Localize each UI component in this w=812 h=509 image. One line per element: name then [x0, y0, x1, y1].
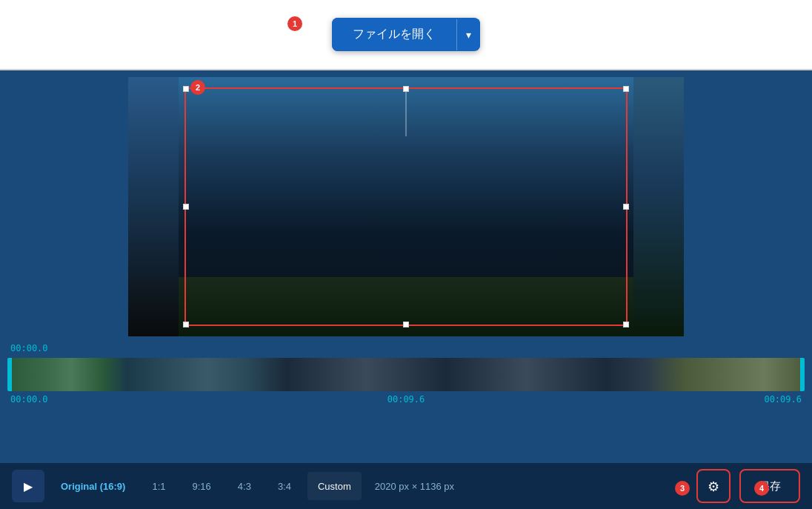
open-file-button-group: ファイルを開く: [332, 18, 480, 51]
open-file-dropdown-button[interactable]: [456, 19, 480, 50]
bottom-toolbar: Original (16:9) 1:1 9:16 4:3 3:4 Custom …: [0, 463, 812, 509]
video-frame: [179, 77, 633, 336]
ratio-original-button[interactable]: Original (16:9): [50, 472, 136, 500]
play-button[interactable]: [12, 470, 44, 502]
crop-handle-bottom-left[interactable]: [183, 322, 189, 327]
preview-area: [0, 70, 812, 343]
settings-button[interactable]: [696, 469, 731, 503]
step-badge-4: 4: [754, 481, 769, 496]
ratio-9-16-button[interactable]: 9:16: [182, 472, 222, 500]
gear-icon: [708, 478, 719, 495]
timeline-strip: [7, 358, 805, 391]
video-left-bg: [128, 77, 179, 336]
timeline-marker-left[interactable]: [7, 358, 12, 391]
crop-handle-top-right[interactable]: [623, 86, 629, 92]
step-badge-1: 1: [287, 16, 302, 31]
crop-handle-right-center[interactable]: [623, 204, 629, 210]
crop-handle-top-center[interactable]: [403, 86, 409, 92]
crop-handle-bottom-right[interactable]: [623, 322, 629, 327]
crop-overlay[interactable]: [184, 87, 628, 326]
step-badge-2: 2: [190, 80, 205, 95]
video-right-bg: [633, 77, 684, 336]
chevron-down-icon: [466, 28, 471, 41]
open-file-button[interactable]: ファイルを開く: [332, 18, 456, 51]
ratio-custom-button[interactable]: Custom: [307, 472, 362, 500]
step-badge-3: 3: [675, 481, 690, 496]
save-button[interactable]: 保存: [739, 469, 800, 503]
timeline-label-start: 00:00.0: [10, 394, 48, 405]
crop-handle-bottom-center[interactable]: [403, 322, 409, 327]
dimensions-display: 2020 px × 1136 px: [367, 481, 462, 492]
video-container: [179, 77, 633, 336]
timeline-label-end: 00:09.6: [764, 394, 802, 405]
timeline-label-middle: 00:09.6: [387, 394, 425, 405]
top-bar: ファイルを開く: [0, 0, 812, 70]
timeline-labels: 00:00.0 00:09.6 00:09.6: [0, 394, 812, 405]
crop-handle-top-left[interactable]: [183, 86, 189, 92]
timeline-track[interactable]: [7, 358, 805, 391]
crop-handle-left-center[interactable]: [183, 204, 189, 210]
play-icon: [24, 479, 33, 494]
ratio-3-4-button[interactable]: 3:4: [267, 472, 302, 500]
timeline-start-time: 00:00.0: [10, 343, 48, 353]
timeline-marker-right[interactable]: [800, 358, 805, 391]
ratio-1-1-button[interactable]: 1:1: [142, 472, 176, 500]
ratio-4-3-button[interactable]: 4:3: [227, 472, 262, 500]
